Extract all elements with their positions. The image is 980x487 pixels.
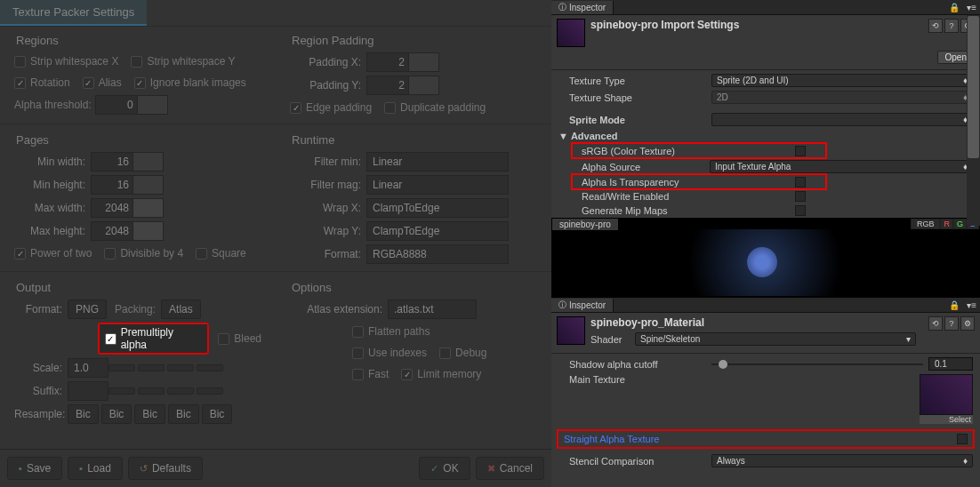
scale-slot-2[interactable]	[138, 364, 165, 371]
packing-select[interactable]: Atlas	[161, 299, 201, 319]
save-button[interactable]: ▪Save	[7, 457, 62, 480]
rw-checkbox[interactable]	[795, 191, 806, 202]
shadow-slider[interactable]	[711, 363, 923, 365]
padding-x-input[interactable]	[366, 52, 409, 72]
flatten-checkbox[interactable]	[352, 326, 364, 338]
stencil-dropdown[interactable]: Always♦	[711, 454, 973, 467]
suffix-slot-2[interactable]	[138, 387, 165, 395]
out-format-select[interactable]: PNG	[68, 299, 107, 319]
help-icon[interactable]: ?	[944, 316, 959, 331]
revert-icon[interactable]: ⟲	[928, 316, 943, 331]
inspector-tab[interactable]: ⓘInspector	[551, 1, 614, 14]
edge-padding-label: Edge padding	[306, 101, 372, 114]
preview-name[interactable]: spineboy-pro	[552, 219, 618, 230]
g-button[interactable]: G	[953, 219, 967, 229]
resample-0[interactable]: Bic	[68, 404, 99, 424]
main-tex-thumb[interactable]	[920, 374, 973, 415]
limit-mem-label: Limit memory	[417, 368, 481, 380]
atlas-ext-input[interactable]	[388, 299, 477, 319]
pot-checkbox[interactable]: ✓	[14, 248, 26, 259]
cancel-button[interactable]: ✖Cancel	[476, 457, 544, 480]
select-button[interactable]: Select	[920, 415, 973, 424]
scale-input[interactable]	[68, 358, 108, 378]
dup-padding-label: Duplicate padding	[400, 101, 486, 114]
menu-icon[interactable]: ▾≡	[963, 300, 980, 310]
alpha-trans-label: Alpha Is Transparency	[582, 177, 795, 188]
padding-y-input[interactable]	[366, 76, 409, 95]
sprite-mode-dropdown[interactable]: ♦	[711, 113, 973, 126]
rt-format-input[interactable]	[366, 244, 509, 264]
filter-mag-input[interactable]	[366, 175, 509, 195]
premultiply-checkbox[interactable]: ✓	[105, 333, 116, 345]
rgb-button[interactable]: RGB	[911, 219, 941, 229]
scale-slot-1[interactable]	[108, 364, 135, 371]
min-w-input[interactable]	[91, 152, 133, 172]
shader-dropdown[interactable]: Spine/Skeleton▾	[635, 332, 916, 346]
square-label: Square	[212, 247, 246, 259]
resample-2[interactable]: Bic	[134, 404, 165, 424]
srgb-checkbox[interactable]	[795, 146, 806, 156]
alpha-threshold-input[interactable]	[95, 95, 138, 115]
resample-4[interactable]: Bic	[202, 404, 233, 424]
strip-x-checkbox[interactable]	[14, 56, 26, 68]
use-idx-checkbox[interactable]	[352, 347, 364, 359]
limit-mem-checkbox[interactable]: ✓	[401, 369, 413, 380]
rotation-checkbox[interactable]: ✓	[14, 77, 26, 89]
revert-icon[interactable]: ⟲	[928, 19, 943, 33]
edge-padding-checkbox[interactable]: ✓	[290, 102, 301, 114]
advanced-section[interactable]: ▼Advanced	[551, 128, 980, 144]
resample-3[interactable]: Bic	[168, 404, 199, 424]
lock-icon[interactable]: 🔒	[945, 300, 963, 310]
max-h-input[interactable]	[91, 221, 133, 241]
mipmap-checkbox[interactable]	[795, 205, 806, 216]
min-h-slider[interactable]	[133, 175, 164, 195]
suffix-slot-4[interactable]	[197, 387, 223, 395]
filter-min-input[interactable]	[366, 152, 509, 172]
div4-checkbox[interactable]	[104, 248, 116, 259]
max-h-slider[interactable]	[133, 221, 164, 241]
square-checkbox[interactable]	[196, 248, 207, 259]
r-button[interactable]: R	[940, 219, 953, 229]
padding-x-slider[interactable]	[409, 52, 439, 72]
min-h-input[interactable]	[91, 175, 133, 195]
scale-slot-3[interactable]	[167, 364, 194, 371]
ignore-blank-checkbox[interactable]: ✓	[134, 77, 146, 89]
help-icon[interactable]: ?	[944, 19, 959, 33]
defaults-button[interactable]: ↺Defaults	[128, 457, 203, 480]
debug-checkbox[interactable]	[439, 347, 451, 359]
shadow-value-input[interactable]	[928, 357, 973, 371]
scrollbar[interactable]	[967, 15, 980, 226]
max-w-input[interactable]	[91, 198, 133, 218]
inspector-tab-2[interactable]: ⓘInspector	[551, 299, 614, 312]
strip-y-checkbox[interactable]	[131, 56, 142, 68]
fast-checkbox[interactable]	[352, 369, 364, 380]
bleed-checkbox[interactable]	[218, 333, 229, 345]
suffix-slot-3[interactable]	[167, 387, 194, 395]
wrap-x-input[interactable]	[366, 198, 509, 218]
check-icon: ✓	[430, 463, 438, 475]
main-tex-label: Main Texture	[569, 374, 711, 385]
resample-1[interactable]: Bic	[101, 404, 133, 424]
alpha-src-dropdown[interactable]: Input Texture Alpha♦	[710, 160, 973, 173]
tex-type-dropdown[interactable]: Sprite (2D and UI)♦	[711, 74, 973, 87]
menu-icon[interactable]: ▾≡	[963, 3, 980, 12]
gear-icon[interactable]: ⚙	[960, 316, 975, 331]
premultiply-label: Premultiply alpha	[121, 326, 203, 351]
min-w-slider[interactable]	[133, 152, 164, 172]
suffix-input[interactable]	[68, 381, 108, 401]
alpha-trans-checkbox[interactable]	[795, 177, 806, 188]
dup-padding-checkbox[interactable]	[384, 102, 396, 114]
wrap-y-label: Wrap Y:	[290, 225, 366, 237]
resample-label: Resample:	[14, 408, 68, 420]
alpha-threshold-slider[interactable]	[138, 95, 168, 115]
padding-y-slider[interactable]	[409, 76, 439, 95]
scale-slot-4[interactable]	[197, 364, 223, 371]
alias-checkbox[interactable]: ✓	[83, 77, 94, 89]
max-w-slider[interactable]	[133, 198, 164, 218]
straight-alpha-checkbox[interactable]	[957, 434, 968, 444]
wrap-y-input[interactable]	[366, 221, 509, 241]
lock-icon[interactable]: 🔒	[945, 3, 963, 12]
load-button[interactable]: ▪Load	[68, 457, 123, 480]
suffix-slot-1[interactable]	[108, 387, 135, 395]
ok-button[interactable]: ✓OK	[419, 457, 470, 480]
